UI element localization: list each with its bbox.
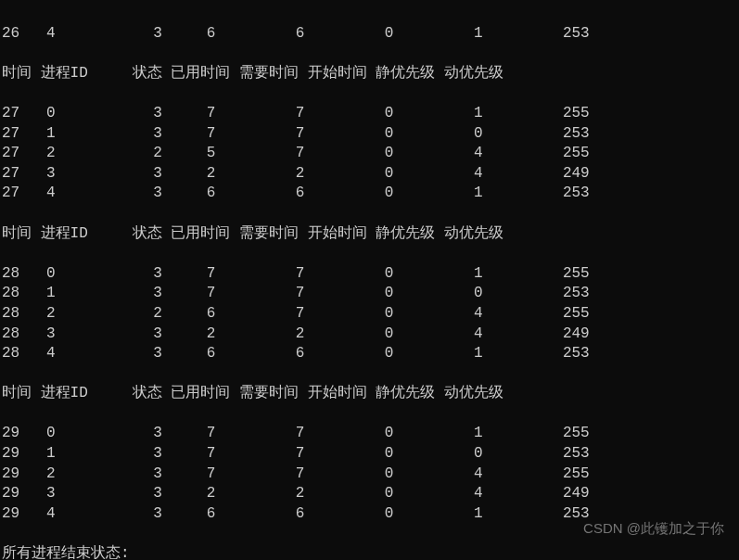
data-row: 28 4 3 6 6 0 1 253: [2, 344, 739, 364]
data-row: 27 1 3 7 7 0 0 253: [2, 124, 739, 145]
data-row: 27 3 3 2 2 0 4 249: [2, 164, 739, 185]
header-row: 时间 进程ID 状态 已用时间 需要时间 开始时间 静优先级 动优先级: [2, 224, 739, 245]
data-row: 29 1 3 7 7 0 0 253: [2, 444, 739, 465]
data-row: 29 3 3 2 2 0 4 249: [2, 484, 739, 504]
data-row: 29 0 3 7 7 0 1 255: [2, 424, 739, 444]
header-row: 时间 进程ID 状态 已用时间 需要时间 开始时间 静优先级 动优先级: [2, 64, 739, 84]
data-row: 28 3 3 2 2 0 4 249: [2, 325, 739, 345]
block: 27 0 3 7 7 0 1 25527 1 3 7 7 0 0 25327 2…: [2, 104, 739, 204]
header-row: 时间 进程ID 状态 已用时间 需要时间 开始时间 静优先级 动优先级: [2, 384, 739, 404]
watermark: CSDN @此镬加之于你: [583, 519, 724, 538]
data-row: 28 0 3 7 7 0 1 255: [2, 264, 739, 285]
data-row: 27 4 3 6 6 0 1 253: [2, 184, 739, 204]
terminal-output: 26 4 3 6 6 0 1 253 时间 进程ID 状态 已用时间 需要时间 …: [0, 0, 739, 560]
data-row: 29 2 3 7 7 0 4 255: [2, 465, 739, 485]
end-state-label: 所有进程结束状态:: [2, 544, 739, 560]
data-row: 27 0 3 7 7 0 1 255: [2, 104, 739, 124]
data-row: 26 4 3 6 6 0 1 253: [2, 24, 739, 45]
block: 29 0 3 7 7 0 1 25529 1 3 7 7 0 0 25329 2…: [2, 424, 739, 524]
block: 28 0 3 7 7 0 1 25528 1 3 7 7 0 0 25328 2…: [2, 264, 739, 364]
data-row: 28 2 2 6 7 0 4 255: [2, 304, 739, 325]
data-row: 28 1 3 7 7 0 0 253: [2, 284, 739, 304]
data-row: 27 2 2 5 7 0 4 255: [2, 144, 739, 164]
